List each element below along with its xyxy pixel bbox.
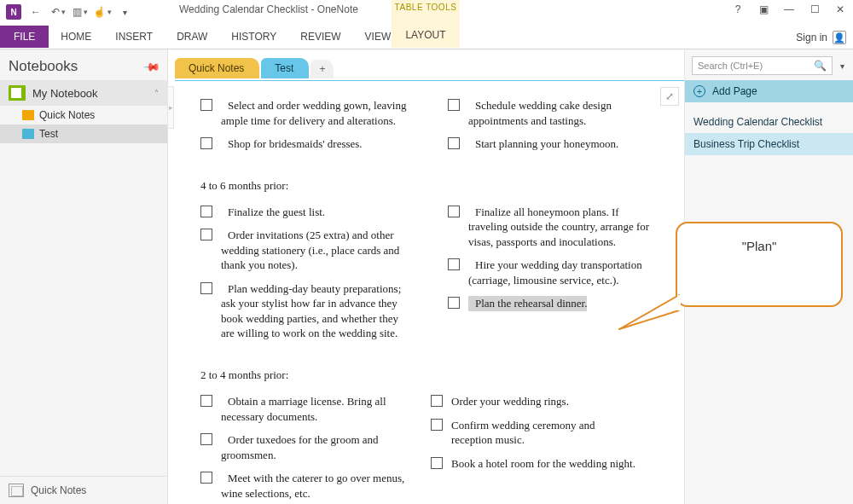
notebook-name: My Notebook	[32, 87, 98, 100]
checkbox[interactable]	[200, 282, 212, 294]
sign-in-label: Sign in	[796, 32, 827, 43]
check-text: Shop for bridesmaids' dresses.	[221, 136, 363, 152]
page-list: Wedding Calendar Checklist Business Trip…	[685, 102, 853, 155]
quick-access-toolbar: N ← ↶▾ ▥▾ ☝▾ ▾	[0, 0, 138, 24]
check-item[interactable]: Obtain a marriage license. Bring all nec…	[200, 394, 414, 424]
check-text: Order tuxedoes for the groom and groomsm…	[221, 432, 414, 462]
check-text: Start planning your honeymoon.	[468, 136, 618, 152]
check-text: Finalize the guest list.	[221, 205, 325, 220]
file-tab[interactable]: FILE	[0, 26, 49, 48]
check-item[interactable]: Shop for bridesmaids' dresses.	[200, 136, 414, 152]
add-page-label: Add Page	[712, 85, 757, 97]
section-test[interactable]: Test	[0, 125, 167, 143]
dock-button[interactable]: ▥▾	[70, 2, 90, 22]
check-text: Order your wedding rings.	[451, 394, 569, 409]
check-item[interactable]: Select and order wedding gown, leaving a…	[200, 98, 414, 128]
check-text: Finalize all honeymoon plans. If traveli…	[468, 205, 661, 250]
section-tab-test[interactable]: Test	[261, 58, 309, 78]
section-icon	[22, 129, 34, 139]
checkbox[interactable]	[200, 433, 212, 445]
window-controls: ? ▣ — ☐ ✕	[725, 0, 853, 19]
check-item[interactable]: Plan wedding-day beauty preparations; as…	[200, 281, 414, 341]
check-item[interactable]: Book a hotel room for the wedding night.	[431, 456, 635, 472]
section-tabs: Quick Notes Test +	[175, 58, 335, 78]
notebooks-title: Notebooks	[9, 58, 78, 75]
checkbox[interactable]	[448, 206, 460, 217]
check-item[interactable]: Confirm wedding ceremony and reception m…	[431, 418, 635, 448]
chevron-up-icon: ˄	[154, 89, 159, 98]
tab-view[interactable]: VIEW	[353, 26, 403, 48]
section-tab-new[interactable]: +	[310, 60, 334, 78]
check-item[interactable]: Schedule wedding cake design appointment…	[448, 98, 661, 128]
tab-draw[interactable]: DRAW	[165, 26, 219, 48]
check-text: Schedule wedding cake design appointment…	[468, 98, 661, 128]
notebooks-header: Notebooks 📌	[0, 49, 167, 80]
check-item[interactable]: Order tuxedoes for the groom and groomsm…	[200, 432, 414, 462]
check-item[interactable]: Order your wedding rings.	[431, 394, 635, 409]
checkbox[interactable]	[448, 99, 460, 111]
check-text: Book a hotel room for the wedding night.	[451, 456, 635, 472]
maximize-button[interactable]: ☐	[802, 0, 827, 19]
check-text: Order invitations (25 extra) and other w…	[221, 228, 414, 273]
search-placeholder: Search (Ctrl+E)	[698, 61, 763, 71]
check-item[interactable]: Meet with the caterer to go over menus, …	[200, 471, 414, 501]
section-tab-quick-notes[interactable]: Quick Notes	[175, 58, 259, 78]
checkbox[interactable]	[431, 395, 443, 407]
minimize-button[interactable]: —	[776, 0, 802, 19]
qat-customize[interactable]: ▾	[114, 2, 135, 22]
check-text: Confirm wedding ceremony and reception m…	[451, 418, 635, 448]
touch-button[interactable]: ☝▾	[92, 2, 113, 22]
checkbox[interactable]	[200, 99, 212, 111]
notebooks-panel: Notebooks 📌 My Notebook ˄ Quick Notes Te…	[0, 49, 168, 504]
check-item[interactable]: Hire your wedding day transportation (ca…	[448, 258, 661, 287]
tab-insert[interactable]: INSERT	[103, 26, 165, 48]
checkbox[interactable]	[200, 395, 212, 407]
check-item[interactable]: Finalize the guest list.	[200, 205, 414, 220]
check-text: Meet with the caterer to go over menus, …	[221, 471, 414, 501]
tab-review[interactable]: REVIEW	[288, 26, 352, 48]
section-quick-notes[interactable]: Quick Notes	[0, 106, 167, 125]
plus-icon: +	[693, 85, 705, 97]
pin-icon[interactable]: 📌	[142, 57, 161, 76]
close-button[interactable]: ✕	[827, 0, 853, 19]
checkbox[interactable]	[448, 297, 460, 309]
checkbox[interactable]	[200, 206, 212, 217]
checkbox[interactable]	[200, 137, 212, 149]
check-item[interactable]: Finalize all honeymoon plans. If traveli…	[448, 205, 661, 250]
ribbon-tabs: FILE HOME INSERT DRAW HISTORY REVIEW VIE…	[0, 22, 403, 48]
check-item[interactable]: Start planning your honeymoon.	[448, 136, 661, 152]
search-icon[interactable]: 🔍	[814, 60, 827, 72]
check-text: Obtain a marriage license. Bring all nec…	[221, 394, 414, 424]
checkbox[interactable]	[448, 258, 460, 270]
undo-button[interactable]: ↶▾	[48, 2, 68, 22]
ribbon-display-button[interactable]: ▣	[751, 0, 776, 19]
section-label: Quick Notes	[39, 109, 95, 121]
quick-notes-footer[interactable]: Quick Notes	[0, 476, 167, 504]
checkbox[interactable]	[200, 472, 212, 484]
search-scope-dropdown[interactable]: ▾	[836, 56, 848, 75]
back-button[interactable]: ←	[26, 2, 46, 22]
check-text: Hire your wedding day transportation (ca…	[468, 258, 661, 287]
tab-history[interactable]: HISTORY	[219, 26, 288, 48]
annotation-callout: "Plan"	[676, 222, 843, 307]
avatar-icon: 👤	[833, 31, 846, 44]
app-icon[interactable]: N	[3, 2, 24, 22]
panel-collapse-handle[interactable]: ▸	[167, 86, 174, 129]
checkbox[interactable]	[431, 419, 443, 431]
page-item[interactable]: Wedding Calendar Checklist	[685, 111, 853, 133]
notebook-item[interactable]: My Notebook ˄	[0, 80, 167, 106]
add-page-button[interactable]: + Add Page	[685, 80, 853, 102]
check-item[interactable]: Order invitations (25 extra) and other w…	[200, 228, 414, 273]
search-row: Search (Ctrl+E) 🔍 ▾	[685, 49, 853, 80]
sign-in[interactable]: Sign in 👤	[796, 31, 846, 44]
checkbox[interactable]	[448, 137, 460, 149]
search-input[interactable]: Search (Ctrl+E) 🔍	[692, 56, 833, 75]
tab-home[interactable]: HOME	[49, 26, 103, 48]
section-icon	[22, 110, 34, 120]
check-text: Select and order wedding gown, leaving a…	[221, 98, 414, 128]
checkbox[interactable]	[200, 229, 212, 240]
checkbox[interactable]	[431, 457, 443, 469]
page-item[interactable]: Business Trip Checklist	[685, 133, 853, 155]
context-tab-group: TABLE TOOLS	[392, 0, 460, 12]
help-button[interactable]: ?	[725, 0, 751, 19]
